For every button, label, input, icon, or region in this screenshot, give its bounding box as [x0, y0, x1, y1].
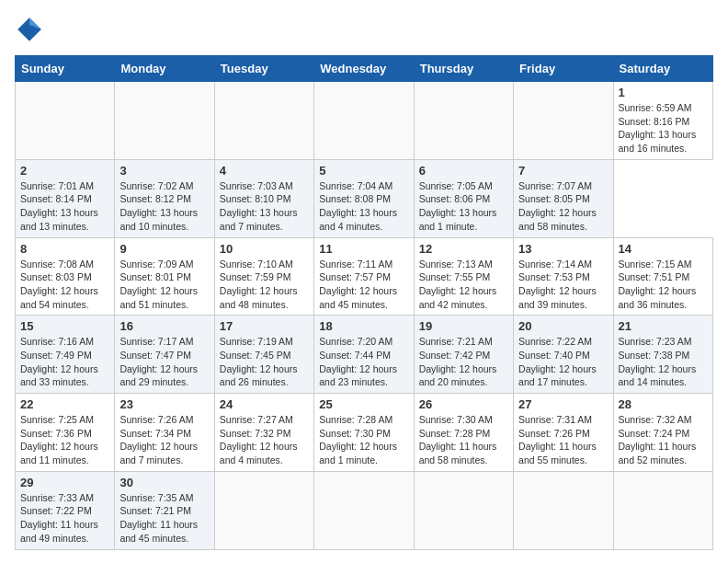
calendar-week-row: 1 Sunrise: 6:59 AMSunset: 8:16 PMDayligh… [16, 82, 713, 160]
calendar-cell: 12 Sunrise: 7:13 AMSunset: 7:55 PMDaylig… [414, 237, 513, 316]
day-detail: Sunrise: 7:09 AMSunset: 8:01 PMDaylight:… [119, 258, 209, 312]
day-number: 19 [419, 319, 508, 333]
calendar-cell [514, 471, 613, 549]
day-number: 4 [220, 164, 309, 178]
day-number: 10 [220, 242, 309, 256]
calendar-cell: 1 Sunrise: 6:59 AMSunset: 8:16 PMDayligh… [613, 82, 712, 160]
day-number: 2 [20, 164, 109, 178]
day-detail: Sunrise: 7:05 AMSunset: 8:06 PMDaylight:… [419, 179, 508, 234]
calendar-cell: 14 Sunrise: 7:15 AMSunset: 7:51 PMDaylig… [613, 237, 712, 316]
calendar-cell: 19 Sunrise: 7:21 AMSunset: 7:42 PMDaylig… [414, 316, 513, 394]
calendar-cell: 10 Sunrise: 7:10 AMSunset: 7:59 PMDaylig… [214, 237, 313, 316]
calendar-cell: 3 Sunrise: 7:02 AMSunset: 8:12 PMDayligh… [115, 159, 214, 237]
day-number: 27 [518, 397, 608, 411]
calendar-cell: 9 Sunrise: 7:09 AMSunset: 8:01 PMDayligh… [115, 237, 214, 316]
day-detail: Sunrise: 7:11 AMSunset: 7:57 PMDaylight:… [319, 258, 408, 312]
day-detail: Sunrise: 7:33 AMSunset: 7:22 PMDaylight:… [20, 491, 109, 546]
day-detail: Sunrise: 7:15 AMSunset: 7:51 PMDaylight:… [619, 258, 708, 312]
page-header [15, 15, 713, 44]
calendar-week-row: 22 Sunrise: 7:25 AMSunset: 7:36 PMDaylig… [16, 394, 713, 472]
calendar-cell: 6 Sunrise: 7:05 AMSunset: 8:06 PMDayligh… [414, 159, 513, 237]
day-detail: Sunrise: 7:26 AMSunset: 7:34 PMDaylight:… [119, 413, 209, 467]
calendar-cell [514, 82, 613, 160]
calendar-cell: 20 Sunrise: 7:22 AMSunset: 7:40 PMDaylig… [514, 316, 613, 394]
calendar-cell [414, 471, 513, 549]
logo-icon [15, 15, 44, 44]
day-number: 5 [319, 164, 408, 178]
calendar-header-saturday: Saturday [613, 56, 712, 82]
calendar-cell [214, 471, 313, 549]
calendar-cell [414, 82, 513, 160]
calendar-cell [16, 82, 115, 160]
calendar-week-row: 8 Sunrise: 7:08 AMSunset: 8:03 PMDayligh… [16, 237, 713, 316]
calendar-cell: 13 Sunrise: 7:14 AMSunset: 7:53 PMDaylig… [514, 237, 613, 316]
calendar-header-monday: Monday [115, 56, 214, 82]
calendar-week-row: 15 Sunrise: 7:16 AMSunset: 7:49 PMDaylig… [16, 316, 713, 394]
day-number: 12 [419, 242, 508, 256]
day-detail: Sunrise: 7:08 AMSunset: 8:03 PMDaylight:… [20, 258, 109, 312]
day-number: 26 [419, 397, 508, 411]
day-detail: Sunrise: 7:25 AMSunset: 7:36 PMDaylight:… [20, 413, 109, 467]
day-detail: Sunrise: 7:35 AMSunset: 7:21 PMDaylight:… [119, 491, 209, 546]
calendar-cell [214, 82, 313, 160]
day-number: 29 [20, 476, 109, 489]
calendar-cell [314, 471, 414, 549]
day-detail: Sunrise: 7:22 AMSunset: 7:40 PMDaylight:… [518, 335, 608, 389]
day-number: 15 [20, 319, 109, 333]
calendar-cell: 18 Sunrise: 7:20 AMSunset: 7:44 PMDaylig… [314, 316, 414, 394]
day-detail: Sunrise: 7:32 AMSunset: 7:24 PMDaylight:… [619, 413, 708, 467]
day-number: 18 [319, 319, 408, 333]
day-detail: Sunrise: 7:28 AMSunset: 7:30 PMDaylight:… [319, 413, 408, 467]
day-detail: Sunrise: 7:07 AMSunset: 8:05 PMDaylight:… [518, 179, 608, 234]
day-number: 11 [319, 242, 408, 256]
calendar-cell: 29 Sunrise: 7:33 AMSunset: 7:22 PMDaylig… [16, 471, 115, 549]
day-detail: Sunrise: 7:21 AMSunset: 7:42 PMDaylight:… [419, 335, 508, 389]
calendar-cell: 7 Sunrise: 7:07 AMSunset: 8:05 PMDayligh… [514, 159, 613, 237]
calendar-cell: 5 Sunrise: 7:04 AMSunset: 8:08 PMDayligh… [314, 159, 414, 237]
day-number: 20 [518, 319, 608, 333]
calendar-cell: 21 Sunrise: 7:23 AMSunset: 7:38 PMDaylig… [613, 316, 712, 394]
day-detail: Sunrise: 7:20 AMSunset: 7:44 PMDaylight:… [319, 335, 408, 389]
calendar-cell [613, 471, 712, 549]
calendar-cell [115, 82, 214, 160]
calendar-header-row: SundayMondayTuesdayWednesdayThursdayFrid… [16, 56, 713, 82]
calendar-cell: 28 Sunrise: 7:32 AMSunset: 7:24 PMDaylig… [613, 394, 712, 472]
calendar-header-friday: Friday [514, 56, 613, 82]
day-detail: Sunrise: 6:59 AMSunset: 8:16 PMDaylight:… [619, 101, 708, 155]
day-number: 22 [20, 397, 109, 411]
calendar-header-sunday: Sunday [16, 56, 115, 82]
day-number: 1 [619, 86, 708, 99]
day-number: 9 [119, 242, 209, 256]
day-detail: Sunrise: 7:19 AMSunset: 7:45 PMDaylight:… [220, 335, 309, 389]
calendar-cell: 23 Sunrise: 7:26 AMSunset: 7:34 PMDaylig… [115, 394, 214, 472]
calendar-week-row: 2 Sunrise: 7:01 AMSunset: 8:14 PMDayligh… [16, 159, 713, 237]
calendar-cell: 8 Sunrise: 7:08 AMSunset: 8:03 PMDayligh… [16, 237, 115, 316]
day-detail: Sunrise: 7:17 AMSunset: 7:47 PMDaylight:… [119, 335, 209, 389]
calendar-cell: 15 Sunrise: 7:16 AMSunset: 7:49 PMDaylig… [16, 316, 115, 394]
calendar-cell [314, 82, 414, 160]
day-number: 13 [518, 242, 608, 256]
day-number: 23 [119, 397, 209, 411]
logo [15, 15, 48, 44]
day-number: 28 [619, 397, 708, 411]
calendar-cell: 27 Sunrise: 7:31 AMSunset: 7:26 PMDaylig… [514, 394, 613, 472]
calendar-header-tuesday: Tuesday [214, 56, 313, 82]
calendar-cell: 4 Sunrise: 7:03 AMSunset: 8:10 PMDayligh… [214, 159, 313, 237]
calendar-week-row: 29 Sunrise: 7:33 AMSunset: 7:22 PMDaylig… [16, 471, 713, 549]
calendar-header-wednesday: Wednesday [314, 56, 414, 82]
day-number: 7 [518, 164, 608, 178]
day-detail: Sunrise: 7:23 AMSunset: 7:38 PMDaylight:… [619, 335, 708, 389]
day-detail: Sunrise: 7:01 AMSunset: 8:14 PMDaylight:… [20, 179, 109, 234]
day-detail: Sunrise: 7:27 AMSunset: 7:32 PMDaylight:… [220, 413, 309, 467]
calendar-cell: 16 Sunrise: 7:17 AMSunset: 7:47 PMDaylig… [115, 316, 214, 394]
calendar-cell: 30 Sunrise: 7:35 AMSunset: 7:21 PMDaylig… [115, 471, 214, 549]
day-number: 16 [119, 319, 209, 333]
calendar-header-thursday: Thursday [414, 56, 513, 82]
day-number: 30 [119, 476, 209, 489]
calendar-body: 1 Sunrise: 6:59 AMSunset: 8:16 PMDayligh… [16, 82, 713, 550]
calendar-cell: 24 Sunrise: 7:27 AMSunset: 7:32 PMDaylig… [214, 394, 313, 472]
day-number: 17 [220, 319, 309, 333]
day-number: 3 [119, 164, 209, 178]
calendar-cell: 11 Sunrise: 7:11 AMSunset: 7:57 PMDaylig… [314, 237, 414, 316]
calendar-cell: 22 Sunrise: 7:25 AMSunset: 7:36 PMDaylig… [16, 394, 115, 472]
